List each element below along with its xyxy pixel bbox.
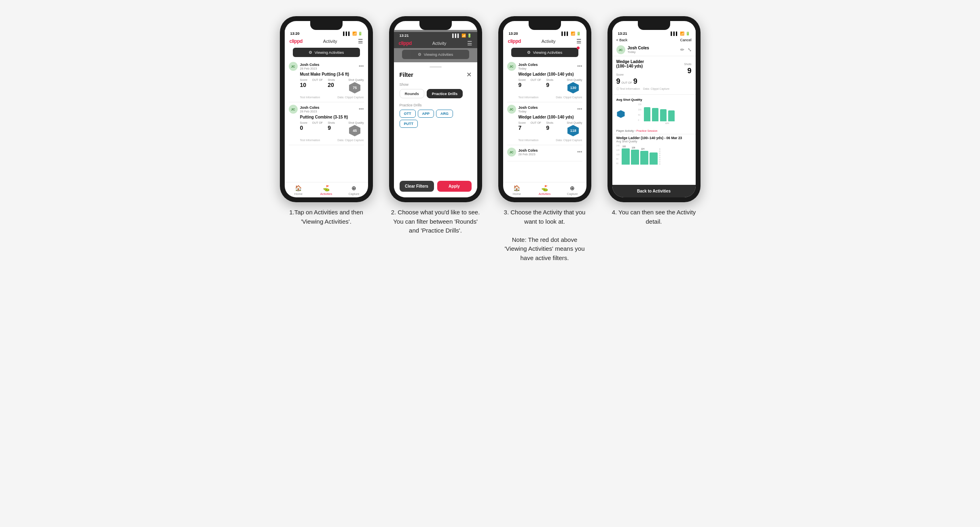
outof-3-2: OUT OF bbox=[531, 121, 541, 124]
user-name-3-2: Josh Coles bbox=[519, 106, 577, 110]
phone-1-status-bar: 13:20 ▌▌▌ 📶 🔋 bbox=[285, 30, 368, 36]
user-date-3-3: 28 Feb 2023 bbox=[519, 152, 577, 156]
back-btn[interactable]: < Back bbox=[616, 38, 628, 42]
user-name-1: Josh Coles bbox=[300, 63, 359, 67]
quality-label-1: Shot Quality bbox=[348, 78, 364, 81]
chart-label-2 bbox=[656, 122, 663, 125]
quality-val-3-1: 130 bbox=[570, 86, 576, 90]
phone-2: 13:21 ▌▌▌ 📶 🔋 clippd Activity ☰ bbox=[389, 16, 482, 202]
quality-hex-1: 75 bbox=[348, 81, 361, 94]
status-time-4: 13:21 bbox=[618, 32, 627, 36]
more-dots-3-3[interactable]: ••• bbox=[577, 149, 582, 155]
battery-icon-4: 🔋 bbox=[686, 32, 690, 36]
nav-activities-3[interactable]: ⛳ Activities bbox=[531, 185, 559, 196]
quality-label-3-1: Shot Quality bbox=[567, 78, 582, 81]
detail-user-info: Josh Coles Today bbox=[628, 46, 649, 54]
detail-action-icons: ✏ ⤡ bbox=[680, 47, 692, 53]
more-dots-3-2[interactable]: ••• bbox=[577, 106, 582, 112]
menu-icon-1[interactable]: ☰ bbox=[358, 38, 363, 44]
phone-4-notch bbox=[638, 21, 670, 30]
phone-4-status-bar: 13:21 ▌▌▌ 📶 🔋 bbox=[612, 30, 696, 36]
nav-home-3[interactable]: 🏠 Home bbox=[503, 185, 531, 196]
practice-filter-btn[interactable]: Practice Drills bbox=[427, 89, 463, 98]
detail-drill-name: Wedge Ladder(100–140 yds) bbox=[616, 59, 684, 68]
expand-icon[interactable]: ⤡ bbox=[688, 47, 692, 53]
phone-2-column: 13:21 ▌▌▌ 📶 🔋 clippd Activity ☰ bbox=[387, 16, 484, 235]
practice-session-label: Player Activity › Practice Session bbox=[612, 128, 696, 134]
activity-name-3-2: Wedge Ladder (100–140 yds) bbox=[519, 115, 582, 119]
more-dots-2[interactable]: ••• bbox=[359, 106, 364, 112]
activity-card-2[interactable]: JC Josh Coles 28 Feb 2023 ••• Putting Co… bbox=[289, 105, 364, 145]
status-icons-3: ▌▌▌ 📶 🔋 bbox=[561, 32, 580, 36]
app-header-3: clippd Activity ☰ bbox=[503, 36, 586, 46]
drill-btn-app[interactable]: APP bbox=[418, 110, 434, 118]
status-icons-2: ▌▌▌ 📶 🔋 bbox=[452, 34, 471, 38]
nav-capture-1[interactable]: ⊕ Capture bbox=[340, 185, 368, 196]
activity-card-3-1[interactable]: JC Josh Coles Today ••• Wedge Ladder (10… bbox=[507, 62, 582, 102]
rounds-filter-btn[interactable]: Rounds bbox=[400, 89, 424, 98]
filter-actions: Clear Filters Apply bbox=[400, 181, 472, 192]
score-val-3-1: 9 bbox=[519, 82, 522, 88]
detail-info: ⓘ Test Information Data: Clippd Capture bbox=[616, 87, 692, 91]
edit-icon[interactable]: ✏ bbox=[680, 47, 684, 53]
user-date-1: 28 Feb 2023 bbox=[300, 67, 359, 70]
activity-card-1[interactable]: JC Josh Coles 28 Feb 2023 ••• Must Make … bbox=[289, 62, 364, 102]
battery-icon: 🔋 bbox=[358, 32, 362, 36]
back-activities-btn[interactable]: Back to Activities bbox=[612, 185, 696, 197]
more-dots-1[interactable]: ••• bbox=[359, 63, 364, 69]
filter-icon-1: ⚙ bbox=[309, 50, 312, 55]
detail-user-row: JC Josh Coles Today ✏ ⤡ bbox=[612, 44, 696, 56]
detail-user-name: Josh Coles bbox=[628, 46, 649, 50]
phone-3: 13:20 ▌▌▌ 📶 🔋 clippd Activity ☰ ⚙ Viewi bbox=[498, 16, 591, 202]
chart-bar-detail-1: 132 bbox=[622, 148, 630, 165]
score-label-3-1: Score bbox=[519, 78, 526, 81]
score-label-3-2: Score bbox=[519, 121, 526, 124]
stats-row-1: Score 10 OUT OF Shots 20 Shot Quality bbox=[300, 78, 364, 94]
phone-4-column: 13:21 ▌▌▌ 📶 🔋 < Back Cancel JC Josh Cole… bbox=[605, 16, 703, 226]
detail-outof: OUT OF bbox=[622, 81, 632, 84]
caption-4: 4. You can then see the Activity detail. bbox=[610, 208, 698, 226]
drill-btn-ott[interactable]: OTT bbox=[400, 110, 416, 118]
info-left-3-1: Test Information bbox=[519, 96, 539, 99]
user-date-2: 28 Feb 2023 bbox=[300, 110, 359, 113]
phone-2-notch bbox=[419, 21, 452, 30]
drill-btn-putt[interactable]: PUTT bbox=[400, 120, 418, 128]
activity-card-3-3[interactable]: JC Josh Coles 28 Feb 2023 ••• bbox=[507, 148, 582, 161]
avatar-4: JC bbox=[616, 45, 625, 54]
battery-icon-3: 🔋 bbox=[576, 32, 581, 36]
activity-card-3-2[interactable]: JC Josh Coles Today ••• Wedge Ladder (10… bbox=[507, 105, 582, 145]
home-icon-3: 🏠 bbox=[513, 185, 520, 191]
status-icons-4: ▌▌▌ 📶 🔋 bbox=[671, 32, 690, 36]
drill-btn-arg[interactable]: ARG bbox=[436, 110, 453, 118]
activities-icon-1: ⛳ bbox=[323, 185, 330, 191]
nav-activities-1[interactable]: ⛳ Activities bbox=[312, 185, 340, 196]
cancel-btn[interactable]: Cancel bbox=[680, 38, 691, 42]
menu-icon-2: ☰ bbox=[467, 40, 472, 47]
capture-icon-3: ⊕ bbox=[570, 185, 575, 191]
quality-hex-3-1: 130 bbox=[567, 81, 580, 94]
avg-shot-quality-sub: Avg Shot Quality bbox=[616, 140, 692, 143]
chart-label-1 bbox=[648, 122, 654, 125]
caption-1: 1.Tap on Activities and then 'Viewing Ac… bbox=[282, 208, 371, 226]
score-label-1: Score bbox=[300, 78, 307, 81]
nav-home-1[interactable]: 🏠 Home bbox=[285, 185, 313, 196]
user-name-3-3: Josh Coles bbox=[519, 148, 577, 152]
nav-activities-label-3: Activities bbox=[539, 192, 551, 196]
viewing-bar-3[interactable]: ⚙ Viewing Activities bbox=[511, 48, 578, 57]
viewing-bar-1[interactable]: ⚙ Viewing Activities bbox=[293, 48, 360, 57]
drill-detail-label: Wedge Ladder (100–140 yds) - 06 Mar 23 A… bbox=[612, 134, 696, 166]
quality-val-3-2: 118 bbox=[570, 129, 576, 133]
nav-home-label-1: Home bbox=[294, 192, 303, 196]
nav-capture-3[interactable]: ⊕ Capture bbox=[559, 185, 586, 196]
info-right-2: Data: Clippd Capture bbox=[337, 139, 364, 142]
apply-btn[interactable]: Apply bbox=[437, 181, 472, 192]
bottom-nav-3: 🏠 Home ⛳ Activities ⊕ Capture bbox=[503, 182, 586, 197]
chart-bar-1 bbox=[644, 107, 650, 121]
app-title-2: Activity bbox=[432, 41, 447, 46]
filter-close-icon[interactable]: ✕ bbox=[466, 71, 472, 78]
menu-icon-3[interactable]: ☰ bbox=[576, 38, 582, 44]
more-dots-3-1[interactable]: ••• bbox=[577, 63, 582, 69]
hex-big: 130 bbox=[616, 106, 633, 123]
clear-filters-btn[interactable]: Clear Filters bbox=[400, 181, 434, 192]
app-title-3: Activity bbox=[542, 39, 556, 44]
